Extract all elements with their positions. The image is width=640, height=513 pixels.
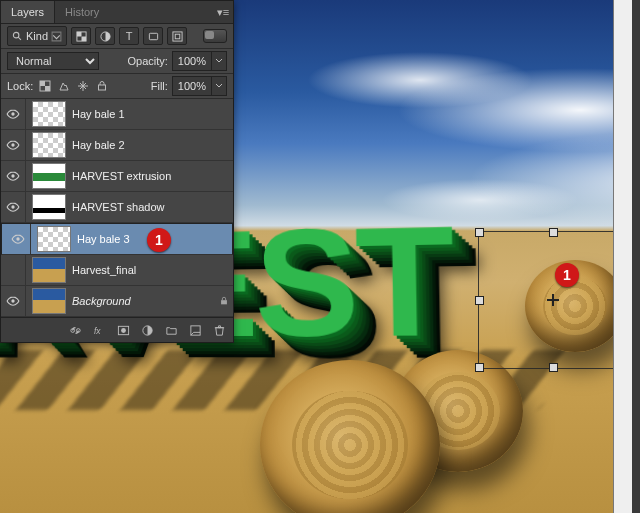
filter-pixel-icon[interactable] bbox=[71, 27, 91, 45]
svg-point-24 bbox=[121, 328, 126, 333]
svg-point-16 bbox=[11, 205, 14, 208]
filter-smart-icon[interactable] bbox=[167, 27, 187, 45]
layer-row[interactable]: HARVEST extrusion bbox=[1, 161, 233, 192]
pasteboard bbox=[632, 0, 640, 513]
svg-rect-3 bbox=[76, 31, 81, 36]
filter-kind-select[interactable]: Kind bbox=[7, 26, 67, 46]
svg-rect-19 bbox=[221, 300, 227, 304]
vertical-ruler[interactable] bbox=[613, 0, 632, 513]
layer-name[interactable]: Hay bale 1 bbox=[72, 108, 215, 120]
trash-icon[interactable] bbox=[211, 322, 227, 338]
svg-point-14 bbox=[11, 143, 14, 146]
layer-fx-icon[interactable]: fx bbox=[91, 322, 107, 338]
tab-history[interactable]: History bbox=[55, 1, 109, 23]
layers-panel[interactable]: Layers History ▾≡ Kind T Normal Opacity:… bbox=[0, 0, 234, 343]
filter-kind-label: Kind bbox=[26, 30, 48, 42]
layer-name[interactable]: Hay bale 3 bbox=[77, 233, 210, 245]
transform-handle-tm[interactable] bbox=[549, 228, 558, 237]
visibility-toggle[interactable] bbox=[1, 99, 26, 129]
layer-mask-icon[interactable] bbox=[115, 322, 131, 338]
layer-row[interactable]: Background bbox=[1, 286, 233, 317]
lock-label: Lock: bbox=[7, 80, 33, 92]
blend-mode-select[interactable]: Normal bbox=[7, 52, 99, 70]
svg-point-0 bbox=[13, 32, 19, 38]
svg-point-15 bbox=[11, 174, 14, 177]
filter-adjust-icon[interactable] bbox=[95, 27, 115, 45]
filter-row: Kind T bbox=[1, 24, 233, 49]
layer-name[interactable]: Background bbox=[72, 295, 215, 307]
svg-rect-8 bbox=[175, 34, 180, 39]
visibility-toggle[interactable] bbox=[6, 224, 31, 254]
layer-row[interactable]: Harvest_final bbox=[1, 255, 233, 286]
adjustment-icon[interactable] bbox=[139, 322, 155, 338]
visibility-toggle[interactable] bbox=[1, 161, 26, 191]
opacity-field[interactable]: 100% bbox=[172, 51, 227, 71]
transform-bounding-box[interactable] bbox=[478, 231, 628, 369]
tab-layers[interactable]: Layers bbox=[1, 1, 55, 23]
filter-type-icon[interactable]: T bbox=[119, 27, 139, 45]
lock-transparent-icon[interactable] bbox=[37, 78, 53, 94]
transform-handle-tl[interactable] bbox=[475, 228, 484, 237]
transform-handle-ml[interactable] bbox=[475, 296, 484, 305]
lock-position-icon[interactable] bbox=[75, 78, 91, 94]
svg-point-18 bbox=[11, 299, 14, 302]
opacity-value: 100% bbox=[173, 55, 211, 67]
layer-thumbnail[interactable] bbox=[32, 132, 66, 158]
opacity-dropdown-icon[interactable] bbox=[211, 52, 226, 70]
annotation-marker-canvas: 1 bbox=[555, 263, 579, 287]
visibility-toggle[interactable] bbox=[1, 255, 26, 285]
annotation-marker-panel: 1 bbox=[147, 228, 171, 252]
lock-all-icon[interactable] bbox=[94, 78, 110, 94]
fill-field[interactable]: 100% bbox=[172, 76, 227, 96]
layer-thumbnail[interactable] bbox=[32, 257, 66, 283]
panel-tabs: Layers History ▾≡ bbox=[1, 1, 233, 24]
transform-handle-bl[interactable] bbox=[475, 363, 484, 372]
svg-rect-7 bbox=[172, 31, 181, 40]
layer-thumbnail[interactable] bbox=[32, 194, 66, 220]
svg-rect-4 bbox=[81, 36, 86, 41]
lock-row: Lock: Fill: 100% bbox=[1, 73, 233, 99]
transform-center[interactable] bbox=[547, 294, 559, 306]
panel-bottom-bar: fx bbox=[1, 317, 233, 342]
svg-rect-12 bbox=[99, 85, 106, 90]
layer-row[interactable]: Hay bale 2 bbox=[1, 130, 233, 161]
svg-rect-10 bbox=[40, 81, 45, 86]
svg-rect-6 bbox=[149, 33, 157, 39]
filter-shape-icon[interactable] bbox=[143, 27, 163, 45]
layer-name[interactable]: HARVEST shadow bbox=[72, 201, 215, 213]
group-icon[interactable] bbox=[163, 322, 179, 338]
chevron-down-icon bbox=[51, 31, 62, 42]
layer-row[interactable]: HARVEST shadow bbox=[1, 192, 233, 223]
layer-row[interactable]: Hay bale 3 bbox=[1, 223, 233, 255]
search-icon bbox=[12, 31, 23, 42]
layer-row[interactable]: Hay bale 1 bbox=[1, 99, 233, 130]
blend-row: Normal Opacity: 100% bbox=[1, 49, 233, 73]
layer-list[interactable]: Hay bale 1Hay bale 2HARVEST extrusionHAR… bbox=[1, 99, 233, 317]
layer-lock-badge bbox=[215, 296, 233, 306]
layer-thumbnail[interactable] bbox=[32, 101, 66, 127]
svg-rect-11 bbox=[45, 86, 50, 91]
visibility-toggle[interactable] bbox=[1, 286, 26, 316]
lock-pixels-icon[interactable] bbox=[56, 78, 72, 94]
visibility-toggle[interactable] bbox=[1, 192, 26, 222]
layer-thumbnail[interactable] bbox=[32, 163, 66, 189]
layer-name[interactable]: Hay bale 2 bbox=[72, 139, 215, 151]
layer-thumbnail[interactable] bbox=[32, 288, 66, 314]
opacity-label: Opacity: bbox=[128, 55, 168, 67]
fill-label: Fill: bbox=[151, 80, 168, 92]
filter-toggle[interactable] bbox=[203, 29, 227, 43]
svg-text:fx: fx bbox=[93, 326, 100, 336]
link-layers-icon[interactable] bbox=[67, 322, 83, 338]
fill-value: 100% bbox=[173, 80, 211, 92]
fill-dropdown-icon[interactable] bbox=[211, 77, 226, 95]
visibility-toggle[interactable] bbox=[1, 130, 26, 160]
layer-name[interactable]: HARVEST extrusion bbox=[72, 170, 215, 182]
new-layer-icon[interactable] bbox=[187, 322, 203, 338]
transform-handle-bm[interactable] bbox=[549, 363, 558, 372]
layer-name[interactable]: Harvest_final bbox=[72, 264, 215, 276]
svg-line-1 bbox=[18, 37, 21, 40]
svg-point-13 bbox=[11, 112, 14, 115]
panel-menu-icon[interactable]: ▾≡ bbox=[213, 6, 233, 19]
layer-thumbnail[interactable] bbox=[37, 226, 71, 252]
svg-point-17 bbox=[16, 237, 19, 240]
